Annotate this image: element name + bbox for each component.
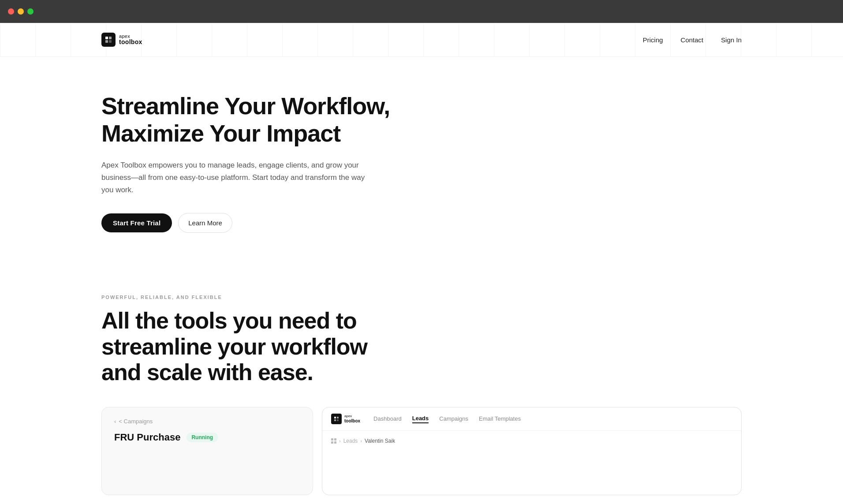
minimize-button[interactable] [18, 8, 24, 15]
logo-text: apex toolbox [119, 34, 142, 45]
browser-window: apex toolbox Pricing Contact Sign In Str… [0, 23, 843, 504]
maximize-button[interactable] [27, 8, 34, 15]
features-heading: All the tools you need to streamline you… [101, 308, 410, 385]
svg-rect-9 [334, 438, 336, 441]
app-breadcrumb: › Leads › Valentin Saik [331, 438, 732, 444]
app-nav-leads[interactable]: Leads [412, 415, 429, 423]
nav-links: Pricing Contact Sign In [643, 36, 742, 44]
card-title-row: FRU Purchase Running [114, 432, 300, 443]
app-logo-top: apex [344, 414, 360, 418]
breadcrumb-current: Valentin Saik [365, 438, 395, 444]
breadcrumb-campaigns[interactable]: < Campaigns [119, 418, 153, 425]
app-card-body: › Leads › Valentin Saik [322, 431, 741, 454]
svg-rect-3 [109, 40, 112, 43]
app-logo: apex toolbox [331, 414, 360, 424]
app-nav-campaigns[interactable]: Campaigns [439, 415, 468, 423]
grid-icon [331, 438, 336, 444]
hero-content: Streamline Your Workflow, Maximize Your … [101, 92, 445, 233]
running-badge: Running [187, 433, 218, 442]
close-button[interactable] [8, 8, 14, 15]
features-eyebrow: POWERFUL, RELIABLE, AND FLEXIBLE [101, 295, 742, 300]
app-previews: ‹ < Campaigns FRU Purchase Running [101, 407, 742, 495]
breadcrumb-arrow-2: › [360, 438, 362, 444]
app-card-header: apex toolbox Dashboard Leads Campaigns E… [322, 407, 741, 431]
app-nav: Dashboard Leads Campaigns Email Template… [373, 415, 521, 423]
app-logo-bottom: toolbox [344, 418, 360, 423]
svg-rect-7 [337, 419, 339, 421]
hero-heading: Streamline Your Workflow, Maximize Your … [101, 92, 445, 147]
svg-rect-4 [334, 417, 336, 418]
svg-rect-10 [331, 441, 333, 444]
hero-subtext: Apex Toolbox empowers you to manage lead… [101, 159, 375, 196]
campaign-card: ‹ < Campaigns FRU Purchase Running [101, 407, 313, 495]
logo-icon [101, 33, 116, 47]
features-section: POWERFUL, RELIABLE, AND FLEXIBLE All the… [0, 259, 843, 495]
svg-rect-1 [109, 37, 112, 39]
breadcrumb-leads[interactable]: Leads [343, 438, 358, 444]
start-free-trial-button[interactable]: Start Free Trial [101, 213, 172, 232]
campaign-title: FRU Purchase [114, 432, 180, 443]
card-breadcrumb: ‹ < Campaigns [114, 418, 300, 425]
navbar: apex toolbox Pricing Contact Sign In [0, 23, 843, 57]
svg-rect-8 [331, 438, 333, 441]
titlebar [0, 0, 843, 23]
back-arrow-icon: ‹ [114, 418, 116, 425]
app-interface-card: apex toolbox Dashboard Leads Campaigns E… [322, 407, 742, 495]
nav-pricing[interactable]: Pricing [643, 36, 663, 44]
app-nav-email-templates[interactable]: Email Templates [479, 415, 521, 423]
breadcrumb-arrow-1: › [339, 438, 341, 444]
hero-buttons: Start Free Trial Learn More [101, 213, 445, 233]
svg-rect-5 [337, 417, 339, 418]
logo[interactable]: apex toolbox [101, 33, 142, 47]
hero-section: Streamline Your Workflow, Maximize Your … [0, 57, 843, 259]
svg-rect-2 [105, 40, 108, 43]
svg-rect-0 [105, 37, 108, 39]
app-nav-dashboard[interactable]: Dashboard [373, 415, 402, 423]
svg-rect-6 [334, 419, 336, 421]
app-logo-icon [331, 414, 342, 424]
learn-more-button[interactable]: Learn More [178, 213, 232, 233]
nav-signin[interactable]: Sign In [721, 36, 742, 44]
nav-contact[interactable]: Contact [681, 36, 704, 44]
svg-rect-11 [334, 441, 336, 444]
